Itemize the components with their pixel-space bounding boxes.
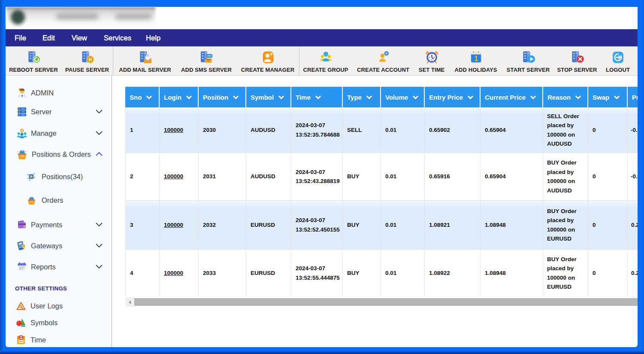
svg-text:1: 1 bbox=[474, 55, 478, 62]
